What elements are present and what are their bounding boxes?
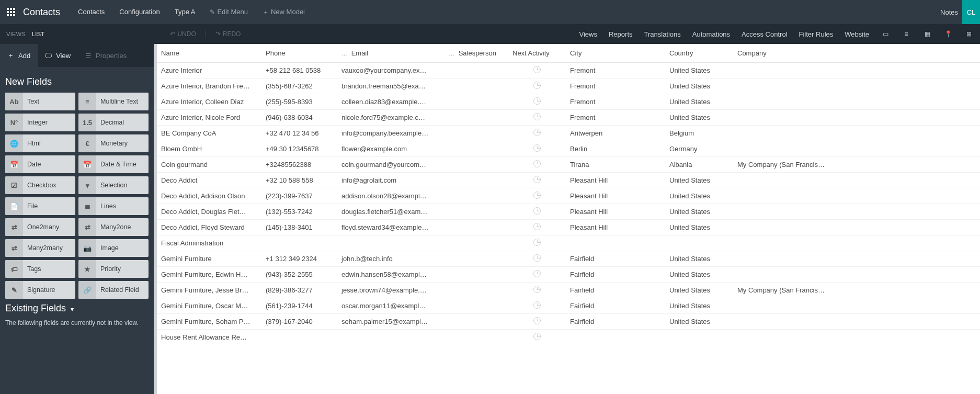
notes-link[interactable]: Notes	[940, 8, 958, 16]
clock-icon[interactable]	[533, 97, 541, 105]
field-chip-decimal[interactable]: 1.5Decimal	[78, 114, 149, 131]
clock-icon[interactable]	[533, 333, 541, 340]
cell-activity	[508, 204, 566, 220]
clock-icon[interactable]	[533, 270, 541, 277]
field-chip-lines[interactable]: ≣Lines	[78, 197, 149, 215]
redo-button[interactable]: ↷REDO	[215, 30, 241, 38]
new-model-button[interactable]: ＋New Model	[255, 0, 312, 24]
field-chip-integer[interactable]: N°Integer	[5, 114, 75, 131]
link-automations[interactable]: Automations	[692, 30, 730, 38]
app-title[interactable]: Contacts	[23, 7, 60, 18]
col-company[interactable]: Company	[733, 44, 980, 63]
field-chip-text[interactable]: AbText	[5, 93, 75, 110]
clock-icon[interactable]	[533, 192, 541, 199]
tab-add[interactable]: ＋Add	[0, 44, 38, 67]
cell-name: Azure Interior, Colleen Diaz	[157, 94, 261, 110]
col-country[interactable]: Country	[665, 44, 733, 63]
svg-rect-4	[10, 11, 12, 13]
link-filter-rules[interactable]: Filter Rules	[799, 30, 834, 38]
field-chip-file[interactable]: 📄File	[5, 197, 75, 215]
field-chip-date[interactable]: 📅Date	[5, 155, 75, 173]
link-translations[interactable]: Translations	[644, 30, 681, 38]
table-row[interactable]: Deco Addict, Floyd Steward(145)-138-3401…	[157, 220, 980, 235]
view-list-icon[interactable]: ≡	[902, 30, 911, 38]
field-chip-multiline-text[interactable]: ≡Multiline Text	[78, 93, 149, 110]
clock-icon[interactable]	[533, 129, 541, 136]
field-chip-checkbox[interactable]: ☑Checkbox	[5, 176, 75, 194]
field-chip-label: Image	[96, 244, 123, 252]
table-row[interactable]: Gemini Furniture, Oscar M…(561)-239-1744…	[157, 298, 980, 314]
clock-icon[interactable]	[533, 160, 541, 167]
clock-icon[interactable]	[533, 176, 541, 183]
view-form-icon[interactable]: ▭	[881, 30, 890, 38]
breadcrumb-views[interactable]: VIEWS	[6, 31, 26, 37]
table-row[interactable]: Gemini Furniture, Edwin H…(943)-352-2555…	[157, 267, 980, 283]
table-row[interactable]: Bloem GmbH+49 30 12345678flower@example.…	[157, 141, 980, 157]
nav-type-a[interactable]: Type A	[167, 0, 203, 24]
clock-icon[interactable]	[533, 82, 541, 89]
edit-menu-button[interactable]: ✎Edit Menu	[202, 0, 255, 24]
table-row[interactable]: Deco Addict, Addison Olson(223)-399-7637…	[157, 188, 980, 204]
apps-icon[interactable]	[5, 6, 17, 18]
table-row[interactable]: Deco Addict, Douglas Flet…(132)-553-7242…	[157, 204, 980, 220]
table-row[interactable]: BE Company CoA+32 470 12 34 56info@compa…	[157, 126, 980, 141]
field-chip-html[interactable]: 🌐Html	[5, 134, 75, 152]
user-avatar[interactable]: CL	[962, 0, 980, 24]
col-next-activity[interactable]: Next Activity	[508, 44, 566, 63]
clock-icon[interactable]	[533, 207, 541, 215]
table-row[interactable]: Azure Interior, Brandon Fre…(355)-687-32…	[157, 78, 980, 94]
col-email[interactable]: … Email	[337, 44, 445, 63]
table-row[interactable]: House Rent Allowance Re…	[157, 330, 980, 345]
field-chip-tags[interactable]: 🏷Tags	[5, 260, 75, 278]
table-row[interactable]: Azure Interior, Nicole Ford(946)-638-603…	[157, 110, 980, 126]
undo-button[interactable]: ↶UNDO	[170, 30, 196, 38]
field-chip-many2many[interactable]: ⇄Many2many	[5, 239, 75, 257]
nav-configuration[interactable]: Configuration	[112, 0, 167, 24]
link-views[interactable]: Views	[579, 30, 597, 38]
table-row[interactable]: Deco Addict+32 10 588 558info@agrolait.c…	[157, 173, 980, 188]
col-name[interactable]: Name	[157, 44, 261, 63]
field-chip-related-field[interactable]: 🔗Related Field	[78, 281, 149, 299]
link-reports[interactable]: Reports	[609, 30, 633, 38]
field-chip-monetary[interactable]: €Monetary	[78, 134, 149, 152]
cell-activity	[508, 188, 566, 204]
col-phone[interactable]: Phone	[261, 44, 337, 63]
table-row[interactable]: Gemini Furniture, Soham P…(379)-167-2040…	[157, 314, 980, 330]
field-chip-date-time[interactable]: 📅Date & Time	[78, 155, 149, 173]
view-more-icon[interactable]: ⊞	[964, 30, 974, 38]
field-chip-many2one[interactable]: ⇄Many2one	[78, 218, 149, 236]
tab-view[interactable]: 🖵View	[38, 44, 78, 67]
field-chip-priority[interactable]: ★Priority	[78, 260, 149, 278]
list-icon: ☰	[85, 52, 92, 60]
link-website[interactable]: Website	[845, 30, 869, 38]
view-kanban-icon[interactable]: ▦	[922, 30, 932, 38]
field-chip-image[interactable]: 📷Image	[78, 239, 149, 257]
table-row[interactable]: Azure Interior, Colleen Diaz(255)-595-83…	[157, 94, 980, 110]
col-city[interactable]: City	[566, 44, 665, 63]
clock-icon[interactable]	[533, 286, 541, 293]
field-chip-signature[interactable]: ✎Signature	[5, 281, 75, 299]
table-row[interactable]: Azure Interior+58 212 681 0538vauxoo@you…	[157, 63, 980, 78]
ellipsis-icon: …	[341, 50, 349, 57]
field-chip-one2many[interactable]: ⇄One2many	[5, 218, 75, 236]
nav-contacts[interactable]: Contacts	[71, 0, 112, 24]
view-map-icon[interactable]: 📍	[943, 30, 953, 38]
table-row[interactable]: Coin gourmand+32485562388coin.gourmand@y…	[157, 157, 980, 173]
clock-icon[interactable]	[533, 223, 541, 230]
clock-icon[interactable]	[533, 66, 541, 73]
contacts-table: Name Phone … Email … Salesperson Next Ac…	[157, 44, 980, 345]
clock-icon[interactable]	[533, 113, 541, 120]
existing-fields-title[interactable]: Existing Fields ▾	[5, 303, 149, 314]
link-access-control[interactable]: Access Control	[742, 30, 787, 38]
field-grid: AbText≡Multiline TextN°Integer1.5Decimal…	[5, 93, 149, 299]
clock-icon[interactable]	[533, 254, 541, 262]
table-row[interactable]: Gemini Furniture+1 312 349 2324john.b@te…	[157, 251, 980, 267]
table-row[interactable]: Fiscal Administration	[157, 235, 980, 251]
col-salesperson[interactable]: … Salesperson	[445, 44, 508, 63]
field-chip-selection[interactable]: ▾Selection	[78, 176, 149, 194]
clock-icon[interactable]	[533, 239, 541, 246]
clock-icon[interactable]	[533, 144, 541, 152]
clock-icon[interactable]	[533, 301, 541, 309]
clock-icon[interactable]	[533, 317, 541, 324]
table-row[interactable]: Gemini Furniture, Jesse Br…(829)-386-327…	[157, 283, 980, 298]
